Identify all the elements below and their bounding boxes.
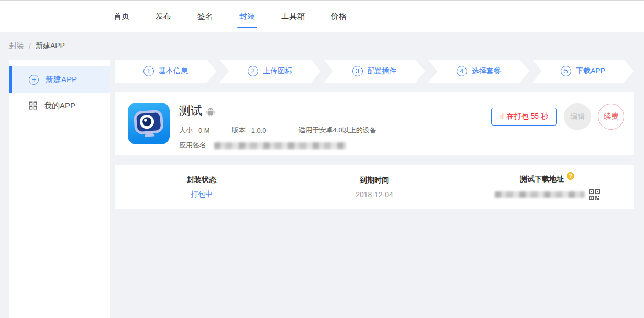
download-url-redacted [495,191,585,198]
nav-item-toolbox[interactable]: 工具箱 [268,1,318,32]
steps-bar: 1 基本信息 2 上传图标 3 配置插件 4 选择套餐 5 下载APP [115,60,634,83]
packing-status-button[interactable]: 正在打包 55 秒 [491,108,557,126]
step-number-circle: 2 [248,66,258,76]
expiry-date-value: 2018-12-04 [356,190,393,199]
signature-row: 应用签名 [179,141,376,150]
android-icon [206,107,215,117]
signature-redacted [214,142,346,149]
signature-label: 应用签名 [179,141,206,150]
content-area: 1 基本信息 2 上传图标 3 配置插件 4 选择套餐 5 下载APP [115,60,634,318]
grid-icon [29,101,37,110]
step-download-app[interactable]: 5 下载APP [532,60,634,83]
breadcrumb-section[interactable]: 封装 [9,41,24,51]
nav-item-publish[interactable]: 发布 [142,1,184,32]
step-choose-plan[interactable]: 4 选择套餐 [428,60,529,83]
nav-item-home[interactable]: 首页 [101,1,142,32]
compat-note: 适用于安卓4.0以上的设备 [299,126,376,135]
plus-circle-icon: + [29,75,39,85]
package-state-value: 打包中 [191,190,213,199]
app-icon [128,103,170,144]
step-number-circle: 1 [143,66,154,76]
sidebar-item-label: 我的APP [44,101,75,111]
edit-button[interactable]: 编辑 [564,103,591,130]
app-meta-row: 大小 0 M 版本 1.0.0 适用于安卓4.0以上的设备 [179,126,376,135]
step-label: 上传图标 [263,66,292,76]
app-name: 测试 [179,103,202,119]
question-coin-icon[interactable]: ? [567,172,574,180]
step-basic-info[interactable]: 1 基本信息 [115,60,216,83]
step-label: 下载APP [576,66,605,76]
app-info: 测试 大小 0 M [179,103,376,144]
breadcrumb-separator: / [29,42,31,50]
top-header: 首页 发布 签名 封装 工具箱 价格 [0,0,644,32]
app-actions: 正在打包 55 秒 编辑 续费 [491,103,624,130]
status-column-download-url: 测试下载地址 ? [461,165,634,209]
column-title: 测试下载地址 [520,175,564,184]
main-nav: 首页 发布 签名 封装 工具箱 价格 [101,1,360,32]
step-number-circle: 5 [561,66,571,76]
step-label: 选择套餐 [472,66,501,76]
main-area: + 新建APP 我的APP 1 基本信息 2 上传图标 3 [0,60,644,318]
status-column-package-state: 封装状态 打包中 [115,165,288,209]
status-column-expiry: 到期时间 2018-12-04 [288,165,461,209]
sidebar: + 新建APP 我的APP [9,60,110,318]
step-number-circle: 3 [352,66,363,76]
step-number-circle: 4 [457,66,467,76]
breadcrumb-current: 新建APP [36,41,65,51]
nav-item-sign[interactable]: 签名 [184,1,226,32]
breadcrumb: 封装 / 新建APP [0,32,644,60]
step-configure-plugins[interactable]: 3 配置插件 [324,60,425,83]
step-upload-icon[interactable]: 2 上传图标 [219,60,320,83]
size-value: 0 M [198,127,210,134]
qr-code-icon[interactable] [589,189,600,200]
column-title: 封装状态 [187,175,216,185]
status-card: 封装状态 打包中 到期时间 2018-12-04 测试下载地址 ? [115,165,634,209]
sidebar-item-my-app[interactable]: 我的APP [9,93,110,119]
nav-item-price[interactable]: 价格 [318,1,360,32]
sidebar-item-new-app[interactable]: + 新建APP [9,66,110,93]
size-label: 大小 [179,126,193,135]
sidebar-item-label: 新建APP [46,75,77,85]
nav-item-package[interactable]: 封装 [226,1,268,32]
renew-button[interactable]: 续费 [598,104,624,130]
step-label: 配置插件 [368,66,397,76]
app-card: 测试 大小 0 M [115,92,634,155]
column-title: 到期时间 [360,176,389,185]
version-label: 版本 [232,126,246,135]
version-value: 1.0.0 [251,127,267,134]
step-label: 基本信息 [159,66,188,76]
